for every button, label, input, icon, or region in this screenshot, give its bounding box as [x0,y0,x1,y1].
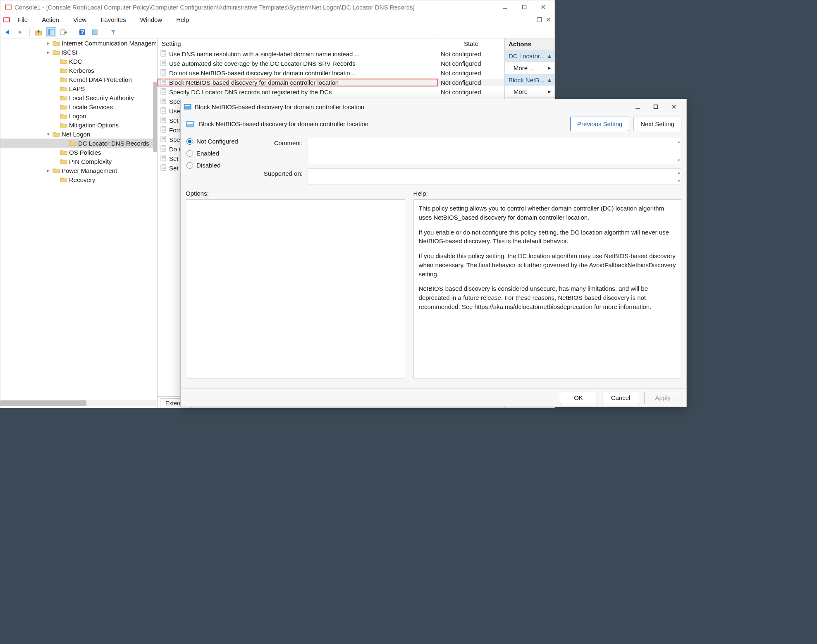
tree-item[interactable]: ▸iSCSI [0,48,157,57]
comment-input[interactable]: ▴ ▾ [308,138,681,164]
policy-setting-dialog: Block NetBIOS-based discovery for domain… [180,99,687,407]
dialog-minimize-button[interactable] [628,101,647,113]
list-row[interactable]: Do not use NetBIOS-based discovery for d… [158,68,504,78]
column-header-setting[interactable]: Setting [158,38,438,49]
menu-bar: File Action View Favorites Window Help ‗… [0,14,554,26]
maximize-button[interactable] [515,0,534,14]
mdi-restore-icon[interactable]: ❐ [535,16,543,24]
tree-horizontal-scrollbar[interactable] [0,400,157,406]
mdi-close-icon[interactable]: ✕ [545,16,552,24]
tree-expander-icon[interactable]: ▸ [46,50,51,55]
radio-disabled[interactable]: Disabled [186,162,238,169]
tree-expander-icon[interactable]: ▸ [46,41,51,46]
menu-view[interactable]: View [69,14,91,25]
dialog-close-button[interactable] [665,101,683,113]
tree-expander-icon[interactable] [53,95,58,100]
scroll-up-icon[interactable]: ▴ [678,170,680,175]
list-row[interactable]: Use DNS name resolution with a single-la… [158,49,504,59]
menu-help[interactable]: Help [172,14,193,25]
tree-expander-icon[interactable] [53,122,58,127]
next-setting-button[interactable]: Next Setting [633,117,681,131]
tree-item-label: Locale Services [69,103,113,110]
tree-scroll[interactable]: ▸Internet Communication Managem▸iSCSI KD… [0,38,157,408]
tree-expander-icon[interactable] [62,141,67,146]
tree-expander-icon[interactable]: ▾ [46,132,51,137]
tree-item[interactable]: Logon [0,111,157,120]
tree-expander-icon[interactable] [53,113,58,118]
menu-file[interactable]: File [14,14,32,25]
tree-expander-icon[interactable] [53,59,58,64]
menu-items: File Action View Favorites Window Help [14,14,193,25]
radio-enabled[interactable]: Enabled [186,150,238,157]
tree-item-label: Kernel DMA Protection [69,76,132,83]
tree-item[interactable]: LAPS [0,84,157,93]
radio-dot-icon [186,138,193,145]
dialog-maximize-button[interactable] [647,101,665,113]
tree-expander-icon[interactable] [53,68,58,73]
actions-group-dc-locator[interactable]: DC Locator... ▴ [505,50,554,62]
tree-item[interactable]: KDC [0,57,157,66]
cell-setting: Do not use NetBIOS-based discovery for d… [158,69,438,77]
menu-favorites[interactable]: Favorites [96,14,130,25]
tree-item[interactable]: Recovery [0,175,157,184]
back-button[interactable] [3,27,13,37]
ok-button[interactable]: OK [560,392,597,404]
dialog-subtitle-row: Block NetBIOS-based discovery for domain… [181,114,686,138]
tree-expander-icon[interactable] [53,177,58,182]
show-hide-tree-button[interactable] [46,27,56,37]
help-text-box[interactable]: ▴ This policy setting allows you to cont… [413,199,681,378]
menu-window[interactable]: Window [136,14,166,25]
mdi-minimize-icon[interactable]: ‗ [526,16,534,24]
tree-item[interactable]: Local Security Authority [0,93,157,102]
filter-button[interactable] [108,27,118,37]
svg-rect-70 [654,105,658,109]
tree-item[interactable]: Locale Services [0,102,157,111]
tree-expander-icon[interactable] [53,159,58,164]
cell-setting: Use DNS name resolution with a single-la… [158,50,438,58]
svg-rect-1 [6,5,11,9]
scrollbar-thumb[interactable] [0,400,86,406]
actions-item-more[interactable]: More ... ▸ [505,62,554,74]
tree-expander-icon[interactable] [53,86,58,91]
apply-button[interactable]: Apply [644,392,681,404]
scroll-up-icon[interactable]: ▴ [678,139,680,144]
tree-item[interactable]: ▸Power Management [0,166,157,175]
tree-expander-icon[interactable]: ▸ [46,168,51,173]
radio-not-configured[interactable]: Not Configured [186,138,238,145]
tree-item[interactable]: PIN Complexity [0,157,157,166]
tree-item[interactable]: DC Locator DNS Records [0,139,157,148]
setting-name: Use automated site coverage by the DC Lo… [169,60,356,67]
tree-item[interactable]: ▸Internet Communication Managem [0,38,157,48]
comment-row: Comment: ▴ ▾ [253,138,681,164]
tree-item[interactable]: Mitigation Options [0,120,157,129]
tree-item[interactable]: OS Policies [0,148,157,157]
close-button[interactable] [534,0,553,14]
column-header-state[interactable]: State [438,38,504,49]
policy-item-icon [160,69,167,77]
previous-setting-button[interactable]: Previous Setting [570,117,629,131]
scroll-down-icon[interactable]: ▾ [678,178,680,184]
list-row[interactable]: Specify DC Locator DNS records not regis… [158,87,504,97]
up-folder-button[interactable] [34,27,44,37]
cancel-button[interactable]: Cancel [602,392,639,404]
scroll-down-icon[interactable]: ▾ [678,158,680,163]
policy-options-button[interactable] [90,27,100,37]
actions-item-more-2[interactable]: More ▸ [505,86,554,98]
tree-item[interactable]: Kernel DMA Protection [0,75,157,84]
tree-expander-icon[interactable] [53,150,58,155]
list-row[interactable]: Block NetBIOS-based discovery for domain… [158,78,504,87]
menu-action[interactable]: Action [38,14,63,25]
forward-button[interactable] [15,27,25,37]
export-list-button[interactable] [59,27,69,37]
help-button[interactable]: ? [77,27,87,37]
minimize-button[interactable] [496,0,515,14]
tree-item[interactable]: ▾Net Logon [0,129,157,139]
options-box[interactable] [186,199,405,378]
list-row[interactable]: Use automated site coverage by the DC Lo… [158,59,504,68]
tree-item[interactable]: Kerberos [0,66,157,75]
tree-expander-icon[interactable] [53,77,58,82]
tree-vertical-scrollbar[interactable] [153,82,157,152]
actions-group-block-netbios[interactable]: Block NetB... ▴ [505,74,554,86]
tree-expander-icon[interactable] [53,104,58,109]
help-label: Help: [413,190,681,197]
